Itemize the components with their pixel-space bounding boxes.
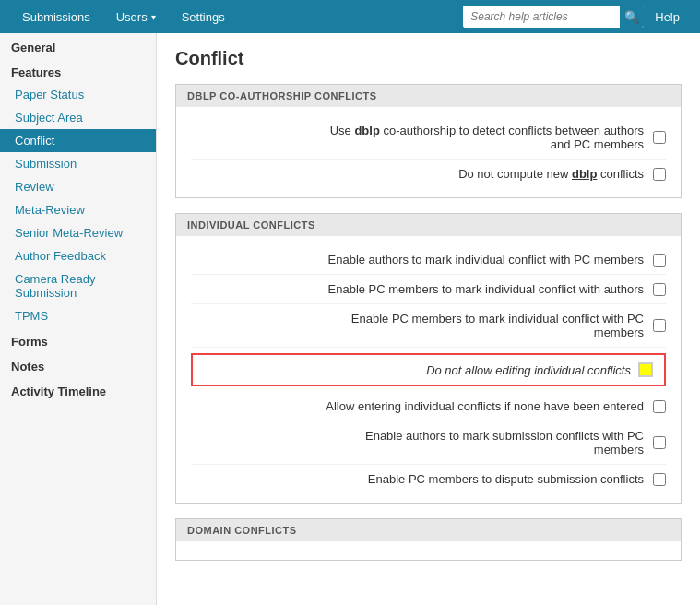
dblp-section-body: Use dblp co-authorship to detect conflic… — [176, 107, 681, 197]
nav-settings[interactable]: Settings — [169, 0, 238, 33]
sidebar-item-submission[interactable]: Submission — [0, 152, 156, 175]
sidebar: General Features Paper Status Subject Ar… — [0, 33, 157, 605]
sidebar-item-meta-review[interactable]: Meta-Review — [0, 198, 156, 221]
nav-submissions[interactable]: Submissions — [9, 0, 103, 33]
sidebar-item-review[interactable]: Review — [0, 175, 156, 198]
sidebar-item-camera-ready[interactable]: Camera Ready Submission — [0, 267, 156, 304]
main-layout: General Features Paper Status Subject Ar… — [0, 33, 700, 605]
domain-section: DOMAIN CONFLICTS — [175, 518, 682, 561]
extra-checkbox-1[interactable] — [653, 436, 666, 449]
domain-section-body — [176, 541, 681, 560]
individual-checkbox-2[interactable] — [653, 319, 666, 332]
search-button[interactable]: 🔍 — [620, 6, 644, 28]
dblp-section-header: DBLP CO-AUTHORSHIP CONFLICTS — [176, 85, 681, 107]
extra-label-1: Enable authors to mark submission confli… — [191, 429, 653, 457]
do-not-allow-editing-row: Do not allow editing individual conflict… — [191, 353, 666, 386]
dblp-label-0: Use dblp co-authorship to detect conflic… — [191, 124, 653, 151]
sidebar-item-subject-area[interactable]: Subject Area — [0, 106, 156, 129]
sidebar-activity-label: Activity Timeline — [0, 377, 156, 402]
sidebar-general-label: General — [0, 33, 156, 58]
page-title: Conflict — [175, 48, 682, 69]
individual-label-2: Enable PC members to mark individual con… — [191, 312, 653, 339]
extra-row-0: Allow entering individual conflicts if n… — [191, 392, 666, 421]
sidebar-item-senior-meta-review[interactable]: Senior Meta-Review — [0, 221, 156, 244]
main-content: Conflict DBLP CO-AUTHORSHIP CONFLICTS Us… — [157, 33, 700, 605]
individual-section: INDIVIDUAL CONFLICTS Enable authors to m… — [175, 213, 682, 504]
nav-users[interactable]: Users ▾ — [103, 0, 169, 33]
sidebar-forms-label: Forms — [0, 327, 156, 352]
dblp-section: DBLP CO-AUTHORSHIP CONFLICTS Use dblp co… — [175, 84, 682, 198]
extra-label-2: Enable PC members to dispute submission … — [191, 472, 653, 486]
dblp-label-1: Do not compute new dblp conflicts — [191, 167, 653, 181]
sidebar-item-paper-status[interactable]: Paper Status — [0, 83, 156, 106]
individual-checkbox-0[interactable] — [653, 254, 666, 267]
individual-row-2: Enable PC members to mark individual con… — [191, 304, 666, 348]
do-not-allow-label: Do not allow editing individual conflict… — [426, 363, 638, 377]
search-container: 🔍 — [463, 6, 644, 28]
sidebar-item-tpms[interactable]: TPMS — [0, 304, 156, 327]
domain-section-header: DOMAIN CONFLICTS — [176, 519, 681, 541]
extra-checkbox-0[interactable] — [653, 400, 666, 413]
individual-section-body: Enable authors to mark individual confli… — [176, 236, 681, 503]
individual-row-1: Enable PC members to mark individual con… — [191, 275, 666, 304]
sidebar-item-author-feedback[interactable]: Author Feedback — [0, 244, 156, 267]
extra-row-2: Enable PC members to dispute submission … — [191, 465, 666, 493]
dblp-row-1: Do not compute new dblp conflicts — [191, 160, 666, 188]
top-nav: Submissions Users ▾ Settings 🔍 Help — [0, 0, 700, 33]
sidebar-item-conflict[interactable]: Conflict — [0, 129, 156, 152]
dblp-checkbox-0[interactable] — [653, 131, 666, 144]
help-button[interactable]: Help — [644, 10, 691, 24]
extra-label-0: Allow entering individual conflicts if n… — [191, 399, 653, 413]
individual-section-header: INDIVIDUAL CONFLICTS — [176, 214, 681, 236]
search-input[interactable] — [463, 6, 620, 28]
individual-row-0: Enable authors to mark individual confli… — [191, 245, 666, 275]
do-not-allow-checkbox[interactable] — [638, 362, 653, 377]
users-caret-icon: ▾ — [151, 12, 156, 22]
dblp-checkbox-1[interactable] — [653, 168, 666, 181]
individual-checkbox-1[interactable] — [653, 283, 666, 296]
individual-label-0: Enable authors to mark individual confli… — [191, 253, 653, 267]
sidebar-notes-label: Notes — [0, 352, 156, 377]
dblp-row-0: Use dblp co-authorship to detect conflic… — [191, 116, 666, 160]
individual-label-1: Enable PC members to mark individual con… — [191, 282, 653, 296]
sidebar-features-label: Features — [0, 58, 156, 83]
extra-checkbox-2[interactable] — [653, 473, 666, 486]
extra-row-1: Enable authors to mark submission confli… — [191, 421, 666, 465]
